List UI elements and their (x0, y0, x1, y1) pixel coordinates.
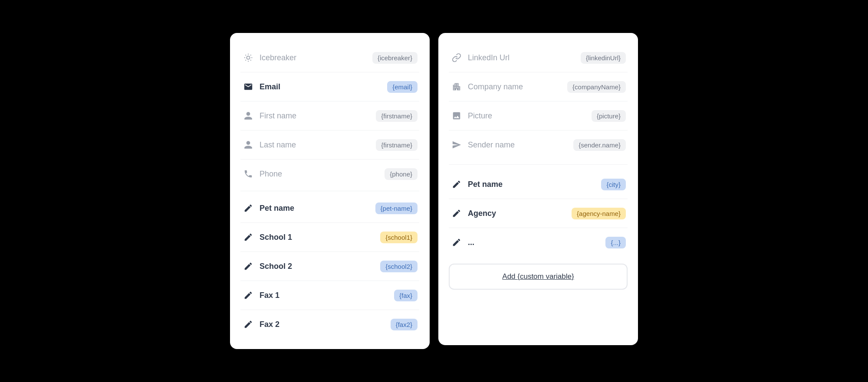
firstname-label: First name (260, 111, 296, 121)
pencil-icon-7 (450, 207, 463, 219)
row-fax2: Fax 2 {fax2} (240, 312, 419, 337)
row-left: Fax 1 (242, 289, 279, 301)
row-email: Email {email} (240, 74, 419, 99)
row-left: Phone (242, 168, 282, 180)
row-linkedin: LinkedIn Url {linkedinUrl} (449, 45, 628, 70)
picture-label: Picture (468, 111, 492, 121)
row-left: School 2 (242, 260, 292, 272)
row-left: Picture (450, 110, 492, 122)
image-icon (450, 110, 463, 122)
svg-point-0 (247, 56, 250, 59)
row-ellipsis: ... {...} (449, 230, 628, 255)
row-company: Company name {companyName} (449, 74, 628, 99)
row-left: Pet name (450, 178, 503, 190)
phone-label: Phone (260, 170, 282, 179)
row-left: Sender name (450, 139, 515, 151)
email-badge: {email} (387, 81, 418, 93)
picture-badge: {picture} (592, 110, 626, 122)
row-icebreaker: Icebreaker {icebreaker} (240, 45, 419, 70)
row-left: Pet name (242, 202, 294, 214)
school2-badge: {school2} (380, 261, 418, 272)
sender-badge: {sender.name} (573, 139, 626, 151)
add-custom-variable-button[interactable]: Add {custom variable} (449, 264, 628, 290)
icebreaker-badge: {icebreaker} (372, 52, 418, 64)
building-icon (450, 81, 463, 93)
pencil-icon-4 (242, 289, 254, 301)
row-sender: Sender name {sender.name} (449, 132, 628, 157)
email-icon (242, 81, 254, 93)
row-agency: Agency {agency-name} (449, 201, 628, 226)
pencil-icon-5 (242, 318, 254, 330)
school1-label: School 1 (260, 233, 292, 242)
row-school1: School 1 {school1} (240, 225, 419, 250)
fax2-label: Fax 2 (260, 320, 279, 329)
fax2-badge: {fax2} (391, 319, 418, 330)
row-school2: School 2 {school2} (240, 254, 419, 279)
agency-label: Agency (468, 209, 496, 218)
row-petname2: Pet name {city} (449, 172, 628, 197)
icebreaker-icon (242, 52, 254, 64)
row-left: First name (242, 110, 296, 122)
linkedin-label: LinkedIn Url (468, 53, 510, 62)
ellipsis-badge: {...} (605, 237, 626, 248)
pencil-icon-1 (242, 202, 254, 214)
email-label: Email (260, 82, 280, 91)
petname2-badge: {city} (601, 179, 626, 190)
row-left: Icebreaker (242, 52, 296, 64)
row-left: LinkedIn Url (450, 52, 510, 64)
pencil-icon-3 (242, 260, 254, 272)
phone-icon (242, 168, 254, 180)
row-lastname: Last name {firstname} (240, 132, 419, 157)
row-firstname: First name {firstname} (240, 103, 419, 128)
row-left: Company name (450, 81, 523, 93)
icebreaker-label: Icebreaker (260, 53, 296, 62)
phone-badge: {phone} (385, 168, 418, 180)
panel-right: LinkedIn Url {linkedinUrl} Company name … (438, 33, 638, 345)
row-left: Agency (450, 207, 496, 219)
arrow-icon (450, 139, 463, 151)
row-fax1: Fax 1 {fax} (240, 283, 419, 308)
company-label: Company name (468, 82, 523, 91)
fax1-badge: {fax} (394, 290, 418, 301)
person-icon (242, 110, 254, 122)
petname2-label: Pet name (468, 180, 503, 189)
row-picture: Picture {picture} (449, 103, 628, 128)
row-left: Fax 2 (242, 318, 279, 330)
row-left: Last name (242, 139, 296, 151)
lastname-label: Last name (260, 140, 296, 150)
ellipsis-label: ... (468, 238, 474, 247)
school1-badge: {school1} (380, 232, 418, 243)
panel-left: Icebreaker {icebreaker} Email {email} (230, 33, 430, 349)
lastname-badge: {firstname} (376, 139, 418, 151)
row-left: ... (450, 236, 474, 248)
link-icon (450, 52, 463, 64)
row-left: School 1 (242, 231, 292, 243)
panels-wrapper: Icebreaker {icebreaker} Email {email} (230, 33, 638, 349)
linkedin-badge: {linkedinUrl} (581, 52, 626, 64)
pencil-icon-6 (450, 178, 463, 190)
fax1-label: Fax 1 (260, 291, 279, 300)
row-phone: Phone {phone} (240, 161, 419, 186)
pencil-icon-2 (242, 231, 254, 243)
row-left: Email (242, 81, 280, 93)
petname-label: Pet name (260, 204, 294, 213)
company-badge: {companyName} (567, 81, 626, 93)
person-icon-2 (242, 139, 254, 151)
petname-badge: {pet-name} (375, 202, 418, 214)
school2-label: School 2 (260, 262, 292, 271)
agency-badge: {agency-name} (572, 208, 626, 219)
pencil-icon-8 (450, 236, 463, 248)
row-petname: Pet name {pet-name} (240, 196, 419, 221)
firstname-badge: {firstname} (376, 110, 418, 122)
sender-label: Sender name (468, 140, 515, 150)
